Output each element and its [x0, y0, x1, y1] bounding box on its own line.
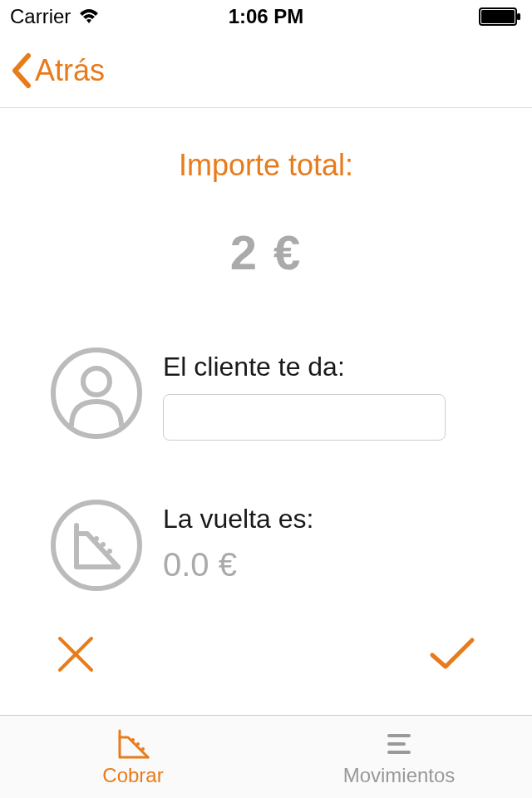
- total-label: Importe total:: [50, 148, 482, 183]
- svg-point-6: [94, 536, 99, 541]
- svg-point-8: [107, 549, 112, 554]
- list-tab-icon: [382, 727, 416, 761]
- status-carrier: Carrier: [10, 5, 71, 28]
- nav-bar: Atrás: [0, 33, 532, 108]
- svg-point-13: [141, 747, 145, 751]
- back-button[interactable]: Atrás: [10, 52, 105, 89]
- status-right: [479, 7, 522, 26]
- change-value: 0.0 €: [163, 546, 482, 584]
- wifi-icon: [77, 8, 101, 25]
- client-gives-row: El cliente te da:: [50, 347, 482, 441]
- tab-cobrar-label: Cobrar: [102, 764, 163, 787]
- main-content: Importe total: 2 € El cliente te da:: [0, 108, 532, 678]
- confirm-button[interactable]: [427, 633, 477, 678]
- svg-rect-1: [481, 10, 515, 23]
- close-icon: [55, 633, 96, 675]
- change-label: La vuelta es:: [163, 504, 482, 534]
- register-tab-icon: [115, 727, 151, 761]
- chevron-left-icon: [10, 52, 33, 89]
- svg-point-12: [136, 742, 140, 746]
- total-amount: 2 €: [50, 224, 482, 280]
- tab-movimientos[interactable]: Movimientos: [266, 716, 532, 798]
- client-gives-body: El cliente te da:: [163, 347, 482, 441]
- check-icon: [427, 633, 477, 675]
- back-label: Atrás: [35, 53, 105, 88]
- svg-point-7: [101, 542, 106, 547]
- svg-point-11: [131, 738, 135, 741]
- status-time: 1:06 PM: [229, 5, 304, 28]
- change-body: La vuelta es: 0.0 €: [163, 499, 482, 584]
- client-gives-input[interactable]: [163, 394, 446, 441]
- status-left: Carrier: [10, 5, 101, 28]
- svg-rect-2: [517, 13, 520, 20]
- actions-row: [50, 633, 482, 678]
- battery-icon: [479, 7, 522, 26]
- register-icon: [50, 499, 143, 592]
- client-gives-label: El cliente te da:: [163, 352, 482, 382]
- tab-cobrar[interactable]: Cobrar: [0, 716, 266, 798]
- svg-point-4: [83, 368, 110, 395]
- tab-movimientos-label: Movimientos: [343, 764, 456, 787]
- cancel-button[interactable]: [55, 633, 96, 678]
- person-icon: [50, 347, 143, 440]
- status-bar: Carrier 1:06 PM: [0, 0, 532, 33]
- tab-bar: Cobrar Movimientos: [0, 715, 532, 798]
- change-row: La vuelta es: 0.0 €: [50, 499, 482, 592]
